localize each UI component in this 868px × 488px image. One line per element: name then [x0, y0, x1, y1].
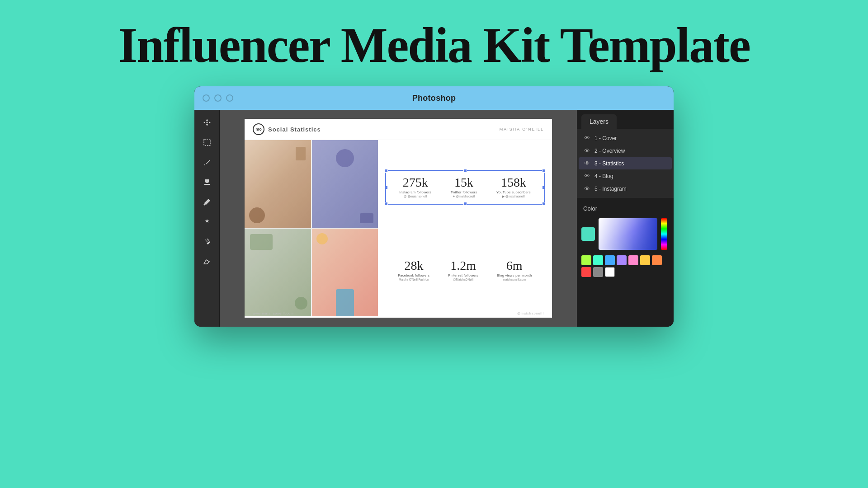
swatch-white[interactable] [605, 267, 615, 277]
eye-icon-blog[interactable]: 👁 [584, 173, 590, 179]
stat-instagram-label: Instagram followers [399, 190, 431, 194]
layers-list: 👁 1 - Cover 👁 2 - Overview 👁 3 - Statist… [577, 129, 674, 198]
eye-icon-cover[interactable]: 👁 [584, 135, 590, 141]
photo-cell-2 [312, 140, 378, 228]
sel-handle-mr [542, 186, 546, 189]
photo-grid [245, 140, 378, 316]
photo-cell-4 [312, 229, 378, 316]
stat-pinterest: 1.2m Pinterest followers @MaishaONeill [448, 259, 478, 281]
swatch-blue[interactable] [605, 255, 615, 265]
stat-facebook-handle: Maisha O'Neill Fashion [398, 278, 429, 281]
minimize-dot[interactable] [214, 94, 222, 102]
sel-handle-bm [463, 202, 467, 206]
eye-icon-instagram[interactable]: 👁 [584, 185, 590, 192]
swatch-purple[interactable] [617, 255, 627, 265]
move-tool-icon[interactable] [201, 116, 213, 129]
stat-youtube-label: YouTube subscribers [496, 190, 531, 194]
doc-logo: mo Social Statistics [253, 123, 321, 135]
layer-name-cover: 1 - Cover [594, 135, 666, 141]
layer-item-blog[interactable]: 👁 4 - Blog [579, 170, 672, 182]
stat-blog-handle: maishaoneill.com [497, 278, 532, 281]
color-panel: Color [577, 202, 674, 280]
stat-instagram-handle: @ @maishaoneill [399, 195, 431, 198]
stats-row-2: 28k Facebook followers Maisha O'Neill Fa… [385, 254, 545, 286]
stat-pinterest-number: 1.2m [448, 259, 478, 272]
swatch-pink[interactable] [628, 255, 638, 265]
content-area: mo Social Statistics MAISHA O'NEILL [194, 110, 674, 327]
color-swatches-row [577, 253, 674, 280]
sel-handle-tl [384, 169, 388, 173]
page-title: Influencer Media Kit Template [118, 18, 750, 73]
eye-icon-statistics[interactable]: 👁 [584, 160, 590, 167]
eye-icon-overview[interactable]: 👁 [584, 147, 590, 154]
eyedropper-tool-icon[interactable] [201, 156, 213, 169]
layer-name-instagram: 5 - Instagram [594, 186, 666, 192]
stat-twitter: 15k Twitter followers ✦ @maishaoneill [451, 176, 477, 198]
photo-cell-1 [245, 140, 311, 228]
footer-left: www.maishaoneill.com [253, 312, 294, 315]
layer-item-overview[interactable]: 👁 2 - Overview [579, 145, 672, 157]
close-dot[interactable] [203, 94, 210, 102]
stamp-tool-icon[interactable] [201, 176, 213, 188]
app-window: Photoshop [194, 86, 674, 327]
layers-panel: Layers 👁 1 - Cover 👁 2 - Overview 👁 3 - … [577, 110, 674, 198]
stat-facebook: 28k Facebook followers Maisha O'Neill Fa… [398, 259, 429, 281]
swatch-orange[interactable] [652, 255, 662, 265]
gradient-tool-icon[interactable] [201, 216, 213, 228]
sel-handle-bl [384, 202, 388, 206]
stat-blog-number: 6m [497, 259, 532, 272]
selection-box: 275k Instagram followers @ @maishaoneill… [385, 170, 545, 205]
stat-facebook-label: Facebook followers [398, 273, 429, 277]
eraser-tool-icon[interactable] [201, 255, 213, 268]
sel-handle-tm [463, 169, 467, 173]
svg-rect-1 [204, 139, 210, 145]
brush-tool-icon[interactable] [201, 196, 213, 208]
maximize-dot[interactable] [226, 94, 233, 102]
sel-handle-ml [384, 186, 388, 189]
hue-strip[interactable] [661, 218, 667, 250]
stat-blog: 6m Blog views per month maishaoneill.com [497, 259, 532, 281]
app-title: Photoshop [412, 94, 456, 103]
canvas-area: mo Social Statistics MAISHA O'NEILL [220, 110, 577, 327]
sel-handle-tr [542, 169, 546, 173]
stats-area: 275k Instagram followers @ @maishaoneill… [378, 140, 552, 316]
swatch-yellow[interactable] [640, 255, 650, 265]
doc-author: MAISHA O'NEILL [500, 127, 544, 131]
marquee-tool-icon[interactable] [201, 136, 213, 149]
photo-cell-3 [245, 229, 311, 316]
layer-item-cover[interactable]: 👁 1 - Cover [579, 132, 672, 144]
stat-instagram-number: 275k [399, 176, 431, 189]
sel-handle-br [542, 202, 546, 206]
layers-tab[interactable]: Layers [581, 114, 617, 129]
window-controls [203, 94, 233, 102]
layer-item-statistics[interactable]: 👁 3 - Statistics [579, 157, 672, 169]
color-panel-header: Color [577, 202, 674, 216]
color-picker-area [577, 216, 674, 253]
stat-youtube-handle: ▶ @maishaoneill [496, 195, 531, 198]
doc-body: 275k Instagram followers @ @maishaoneill… [245, 140, 552, 316]
logo-circle: mo [253, 123, 264, 135]
document: mo Social Statistics MAISHA O'NEILL [245, 119, 552, 318]
svg-rect-0 [206, 122, 208, 123]
swatch-gray[interactable] [593, 267, 603, 277]
swatch-green[interactable] [581, 255, 591, 265]
active-color-swatch[interactable] [581, 227, 595, 241]
color-gradient-picker[interactable] [599, 218, 657, 250]
stat-twitter-number: 15k [451, 176, 477, 189]
stat-pinterest-label: Pinterest followers [448, 273, 478, 277]
swatch-teal[interactable] [593, 255, 603, 265]
stat-blog-label: Blog views per month [497, 273, 532, 277]
pen-tool-icon[interactable] [201, 235, 213, 248]
title-bar: Photoshop [194, 86, 674, 110]
swatch-red[interactable] [581, 267, 591, 277]
stat-facebook-number: 28k [398, 259, 429, 272]
stat-pinterest-handle: @MaishaONeill [448, 278, 478, 281]
layer-item-instagram[interactable]: 👁 5 - Instagram [579, 183, 672, 195]
stat-instagram: 275k Instagram followers @ @maishaoneill [399, 176, 431, 198]
layer-name-statistics: 3 - Statistics [594, 160, 666, 167]
stat-youtube: 158k YouTube subscribers ▶ @maishaoneill [496, 176, 531, 198]
doc-footer: www.maishaoneill.com @maishaoneill [245, 312, 552, 315]
stat-twitter-handle: ✦ @maishaoneill [451, 195, 477, 198]
doc-page-title: Social Statistics [268, 126, 321, 133]
stat-youtube-number: 158k [496, 176, 531, 189]
